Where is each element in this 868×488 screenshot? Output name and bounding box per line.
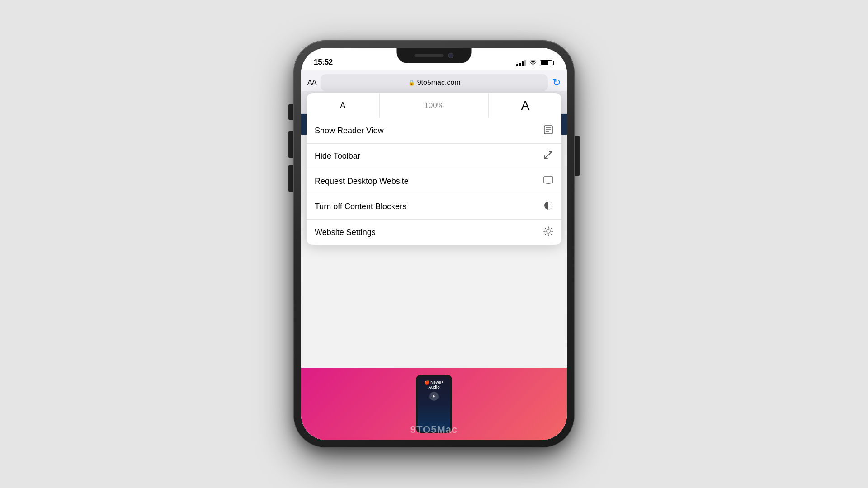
menu-item-reader-view[interactable]: Show Reader View xyxy=(307,118,561,144)
signal-bar-4 xyxy=(524,60,526,66)
svg-line-5 xyxy=(549,151,552,155)
status-time: 15:52 xyxy=(314,58,333,67)
font-increase-button[interactable]: A xyxy=(489,93,561,118)
svg-point-14 xyxy=(547,230,550,233)
lock-icon: 🔒 xyxy=(408,80,415,86)
battery-tip xyxy=(553,61,554,65)
desktop-site-icon xyxy=(543,175,553,188)
signal-bar-3 xyxy=(522,61,524,66)
notch xyxy=(397,48,472,63)
volume-up-button xyxy=(288,131,293,158)
camera xyxy=(448,53,454,58)
signal-bar-2 xyxy=(519,63,521,66)
menu-item-content-blockers[interactable]: Turn off Content Blockers xyxy=(307,194,561,220)
battery-fill xyxy=(541,61,548,65)
signal-bar-1 xyxy=(516,64,518,66)
menu-item-hide-toolbar[interactable]: Hide Toolbar xyxy=(307,144,561,169)
volume-down-button xyxy=(288,165,293,192)
mute-button xyxy=(288,104,293,120)
hide-toolbar-icon xyxy=(543,150,553,162)
wifi-icon xyxy=(529,59,537,67)
font-size-display: 100% xyxy=(380,93,489,118)
website-settings-label: Website Settings xyxy=(315,228,376,237)
speaker xyxy=(415,54,444,57)
svg-rect-10 xyxy=(544,177,553,183)
font-small-label: A xyxy=(340,101,345,110)
aa-button[interactable]: AA xyxy=(307,79,316,87)
signal-bars xyxy=(516,60,526,66)
battery-body xyxy=(540,60,552,66)
reader-view-icon xyxy=(543,125,553,137)
font-large-label: A xyxy=(521,99,529,113)
power-button xyxy=(575,136,580,176)
hide-toolbar-label: Hide Toolbar xyxy=(315,151,360,161)
menu-item-desktop-site[interactable]: Request Desktop Website xyxy=(307,169,561,194)
reload-button[interactable]: ↻ xyxy=(552,77,561,89)
phone-wrapper: 15:52 xyxy=(294,41,574,447)
menu-item-website-settings[interactable]: Website Settings xyxy=(307,220,561,245)
status-icons xyxy=(516,59,554,67)
battery-icon xyxy=(540,60,554,66)
address-bar[interactable]: 🔒 9to5mac.com xyxy=(321,74,548,91)
phone-screen: 15:52 xyxy=(301,48,567,440)
content-blockers-label: Turn off Content Blockers xyxy=(315,202,406,211)
font-size-row: A 100% A xyxy=(307,93,561,118)
font-decrease-button[interactable]: A xyxy=(307,93,380,118)
browser-menu-popup: A 100% A Show Reader View xyxy=(307,93,561,245)
desktop-site-label: Request Desktop Website xyxy=(315,177,409,186)
reader-view-label: Show Reader View xyxy=(315,126,384,136)
url-text: 9to5mac.com xyxy=(417,79,461,87)
content-blockers-icon xyxy=(543,201,553,213)
website-settings-icon xyxy=(543,226,553,239)
svg-line-4 xyxy=(545,155,548,159)
